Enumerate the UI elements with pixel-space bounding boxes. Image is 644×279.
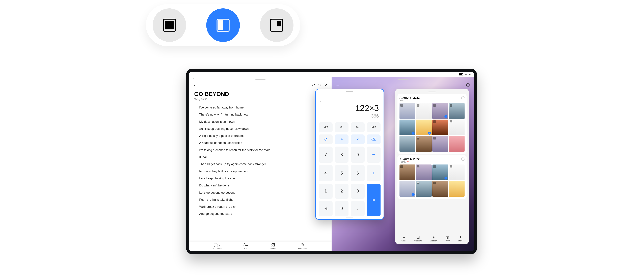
calculator-memory-indicator: M	[320, 100, 380, 102]
photo-thumb[interactable]: ⛶✓	[432, 164, 448, 180]
calc-mc-button[interactable]: MC	[319, 122, 332, 132]
calc-3-button[interactable]: 3	[351, 184, 364, 199]
calc-mplus-button[interactable]: M+	[335, 122, 349, 132]
gallery-creation-button[interactable]: ✦Creation	[430, 236, 437, 242]
layout-mode-selector	[146, 4, 300, 46]
redo-icon[interactable]: ↷	[318, 83, 321, 87]
style-icon: A≡	[243, 242, 248, 247]
gallery-date-block: August 8, 2022 Fuzhou 📍 ⛶ ⛶ ⛶✓ ⛶ ✓ ✓	[398, 94, 466, 154]
undo-icon[interactable]: ↶	[312, 83, 315, 87]
notes-toolbar: ◯✓Checklist A≡Style 🖼Gallery ✎Handwrite	[189, 242, 332, 251]
photo-thumb[interactable]: ✓	[400, 120, 415, 135]
calc-clear-button[interactable]: C	[319, 134, 332, 144]
calculator-menu-icon[interactable]: ⋮	[377, 92, 380, 96]
check-icon: ✓	[428, 132, 431, 135]
gallery-location: Fuzhou 📍	[400, 100, 420, 102]
notes-app: ← ↶ ↷ ✓ GO BEYOND Today 06:58 🗎 No cat	[189, 77, 332, 251]
photo-thumb[interactable]: ⛶	[432, 136, 448, 152]
expand-icon: ⛶	[450, 120, 452, 123]
select-all-circle[interactable]	[461, 158, 464, 161]
calc-7-button[interactable]: 7	[319, 146, 332, 163]
calculator-result: 366	[320, 113, 379, 119]
calculator-keypad: 7 8 9 − 4 5 6 + 1 2 3 = % 0 .	[319, 146, 380, 216]
back-icon[interactable]: ←	[336, 82, 340, 88]
location-icon: 📍	[407, 100, 409, 102]
calc-multiply-button[interactable]: ×	[351, 134, 364, 144]
calc-2-button[interactable]: 2	[335, 184, 349, 199]
calc-0-button[interactable]: 0	[335, 201, 349, 216]
photo-thumb[interactable]: ✓	[400, 181, 415, 197]
photo-thumb[interactable]: ⛶	[400, 164, 415, 180]
gallery-drag-handle[interactable]	[428, 92, 436, 92]
photo-thumb[interactable]: ⛶	[449, 164, 464, 180]
svg-rect-3	[218, 20, 223, 30]
tool-style[interactable]: A≡Style	[243, 242, 248, 250]
calculator-drag-handle[interactable]	[346, 92, 353, 92]
photo-thumb[interactable]: ⛶	[432, 120, 448, 135]
calculator-resize-handle[interactable]	[346, 217, 353, 218]
expand-icon: ⛶	[400, 104, 403, 107]
note-line: I've come so far away from home	[199, 104, 323, 111]
mode-split-button[interactable]	[206, 8, 240, 42]
photo-thumb[interactable]: ⛶✓	[432, 103, 448, 119]
calc-4-button[interactable]: 4	[319, 165, 332, 181]
photo-thumb[interactable]: ⛶	[449, 120, 464, 135]
calc-6-button[interactable]: 6	[351, 165, 364, 181]
calc-plus-button[interactable]: +	[367, 165, 381, 181]
calc-1-button[interactable]: 1	[319, 184, 332, 199]
more-icon: ⋮	[458, 236, 462, 240]
calc-8-button[interactable]: 8	[335, 146, 349, 163]
calc-minus-button[interactable]: −	[367, 146, 381, 163]
mode-full-button[interactable]	[152, 8, 186, 42]
photo-thumb[interactable]: ⛶	[416, 136, 432, 152]
calc-mminus-button[interactable]: M-	[351, 122, 364, 132]
gallery-share-button[interactable]: ↪Share	[402, 236, 406, 242]
photo-thumb[interactable]: ⛶	[416, 181, 432, 197]
calc-decimal-button[interactable]: .	[351, 201, 364, 216]
photo-thumb[interactable]: ⛶	[416, 103, 432, 119]
note-line: We'll break through the sky	[199, 203, 323, 210]
calc-mr-button[interactable]: MR	[367, 122, 381, 132]
tool-checklist[interactable]: ◯✓Checklist	[214, 242, 222, 250]
mode-pip-button[interactable]	[260, 8, 294, 42]
note-line: A head full of hopes possibilities	[199, 139, 323, 146]
calculator-display: 122×3 366	[319, 102, 380, 120]
note-timestamp: Today 06:58	[194, 98, 207, 100]
photo-thumb[interactable]: ⛶	[400, 103, 415, 119]
photo-thumb[interactable]	[400, 136, 415, 152]
expand-icon: ⛶	[417, 165, 420, 168]
back-icon[interactable]: ←	[193, 82, 198, 88]
photo-thumb[interactable]: ⛶	[416, 164, 432, 180]
done-icon[interactable]: ✓	[324, 83, 328, 87]
photo-thumb[interactable]: ⛶	[432, 181, 448, 197]
gallery-delete-button[interactable]: 🗑Delete	[445, 236, 450, 242]
mode-pip-icon	[269, 18, 284, 33]
calc-percent-button[interactable]: %	[319, 201, 332, 216]
note-title[interactable]: GO BEYOND	[189, 89, 332, 97]
note-line: Push the limits take flight	[199, 196, 323, 203]
note-body[interactable]: I've come so far away from home There's …	[189, 101, 332, 242]
info-icon[interactable]: ⓘ	[466, 83, 470, 88]
photo-thumb[interactable]: ✓	[416, 120, 432, 135]
calc-divide-button[interactable]: ÷	[335, 134, 349, 144]
location-icon: 📍	[407, 161, 409, 163]
select-all-circle[interactable]	[461, 96, 464, 100]
photo-thumb[interactable]	[449, 136, 464, 152]
photo-thumb[interactable]: ⛶	[449, 103, 464, 119]
tool-gallery[interactable]: 🖼Gallery	[270, 242, 276, 250]
photo-thumb[interactable]	[449, 181, 464, 197]
wifi-icon: ᯤ	[192, 77, 194, 80]
calc-5-button[interactable]: 5	[335, 165, 349, 181]
gallery-checkall-button[interactable]: ☑Check All	[414, 236, 422, 242]
delete-icon: 🗑	[445, 236, 450, 239]
tool-handwrite[interactable]: ✎Handwrite	[298, 242, 307, 250]
battery-icon	[459, 74, 463, 76]
calc-9-button[interactable]: 9	[351, 146, 364, 163]
expand-icon: ⛶	[400, 165, 403, 168]
calculator-floating-window: ⋮ M 122×3 366 MC M+ M- MR C ÷ × ⌫ 7 8 9 …	[315, 89, 384, 220]
status-time: 08:08	[464, 73, 470, 76]
gallery-more-button[interactable]: ⋮More	[458, 236, 462, 242]
calc-backspace-button[interactable]: ⌫	[367, 134, 381, 144]
calc-equals-button[interactable]: =	[367, 184, 381, 216]
share-icon: ↪	[402, 236, 406, 240]
